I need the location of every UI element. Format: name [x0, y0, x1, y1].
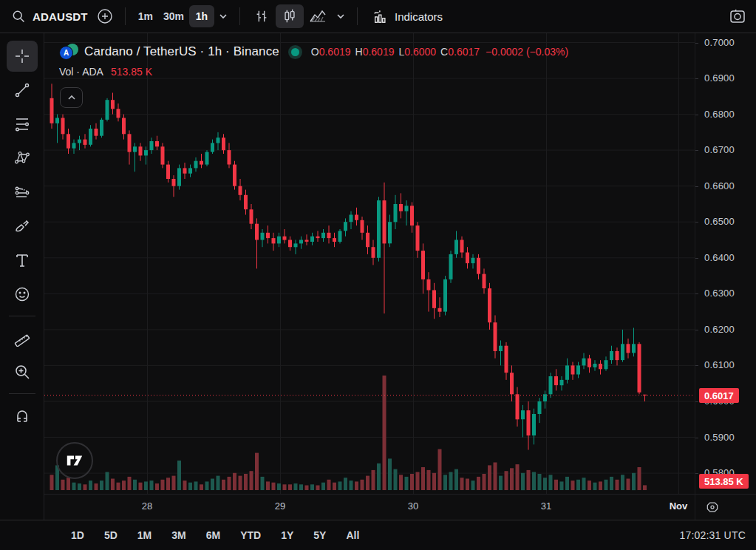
- change-value: −0.0002 (−0.03%): [486, 46, 568, 58]
- volume-bar: [383, 376, 386, 490]
- volume-bar: [161, 480, 165, 490]
- time-tick-30: 30: [408, 500, 418, 512]
- tradingview-logo[interactable]: [56, 442, 93, 479]
- candle-body: [432, 291, 436, 308]
- range-button-3m[interactable]: 3M: [166, 526, 191, 544]
- price-tick: 0.6400: [704, 252, 735, 263]
- time-tick-nov: Nov: [670, 500, 688, 512]
- search-icon[interactable]: [6, 4, 31, 29]
- volume-bar: [310, 484, 314, 490]
- candle-body: [139, 146, 143, 155]
- area-style-icon[interactable]: [304, 4, 332, 28]
- high-label: H: [355, 46, 363, 58]
- volume-bar: [361, 480, 364, 490]
- price-axis[interactable]: 0.6017 513.85 K 0.70000.69000.68000.6700…: [695, 33, 756, 494]
- volume-bar: [283, 484, 287, 490]
- market-status-icon[interactable]: [291, 48, 299, 56]
- volume-bar: [89, 481, 92, 490]
- candle-body: [460, 240, 464, 253]
- price-tick: 0.6200: [704, 324, 735, 335]
- price-tick: 0.6700: [704, 144, 735, 155]
- volume-bar: [593, 483, 597, 490]
- trend-line-icon[interactable]: [7, 75, 38, 106]
- volume-bar: [117, 483, 120, 490]
- projection-icon[interactable]: [7, 177, 38, 208]
- candle-body: [55, 118, 59, 123]
- emoji-icon[interactable]: [7, 279, 38, 310]
- range-button-ytd[interactable]: YTD: [234, 526, 267, 544]
- zoom-in-icon[interactable]: [7, 356, 38, 387]
- axis-settings-gear-icon[interactable]: [701, 498, 723, 517]
- volume-legend[interactable]: Vol · ADA 513.85 K: [59, 66, 152, 78]
- symbol-name[interactable]: ADAUSDT: [33, 10, 88, 23]
- volume-label: Vol · ADA: [59, 66, 103, 78]
- volume-bar: [222, 480, 225, 490]
- candle-body: [117, 109, 120, 118]
- axis-tick-mark: [695, 115, 698, 115]
- collapse-legend-button[interactable]: [60, 87, 83, 108]
- candle-body: [222, 138, 225, 150]
- volume-bar: [228, 477, 231, 490]
- clock-utc[interactable]: 17:02:31 UTC: [679, 529, 746, 541]
- text-icon[interactable]: [7, 245, 38, 276]
- volume-bar: [477, 477, 480, 490]
- camera-icon[interactable]: [725, 4, 750, 29]
- candle-body: [454, 240, 458, 254]
- candles-style-icon[interactable]: [276, 4, 304, 28]
- range-button-5d[interactable]: 5D: [98, 526, 123, 544]
- high-value: 0.6019: [363, 46, 395, 58]
- interval-button-1m[interactable]: 1m: [133, 5, 158, 27]
- candle-body: [233, 165, 236, 186]
- candle-body: [427, 279, 431, 291]
- range-button-6m[interactable]: 6M: [200, 526, 226, 544]
- axis-tick-mark: [695, 150, 698, 151]
- symbol-legend[interactable]: A Cardano / TetherUS · 1h · Binance O0.6…: [59, 44, 568, 60]
- interval-button-30m[interactable]: 30m: [158, 5, 189, 27]
- volume-bar: [421, 467, 425, 490]
- range-button-all[interactable]: All: [340, 526, 365, 544]
- range-button-1m[interactable]: 1M: [132, 526, 157, 544]
- range-button-5y[interactable]: 5Y: [307, 526, 332, 544]
- candlestick-chart[interactable]: [44, 33, 695, 494]
- candle-body: [350, 215, 353, 223]
- candle-body: [150, 141, 154, 150]
- candle-body: [67, 134, 70, 148]
- symbol-group[interactable]: ADAUSDT: [6, 4, 92, 29]
- fib-retracement-icon[interactable]: [7, 109, 38, 140]
- candle-body: [488, 288, 491, 322]
- candle-body: [338, 231, 342, 242]
- volume-bar: [244, 474, 248, 490]
- indicators-button[interactable]: Indicators: [365, 4, 450, 28]
- candle-body: [288, 240, 292, 248]
- time-axis[interactable]: 28293031Nov: [44, 494, 695, 520]
- volume-bar: [549, 475, 553, 490]
- volume-bar: [327, 480, 331, 490]
- volume-bar: [233, 473, 236, 490]
- volume-bar: [554, 480, 558, 490]
- close-label: C: [440, 46, 448, 58]
- interval-button-1h[interactable]: 1h: [189, 5, 214, 27]
- style-chevron-icon[interactable]: [332, 4, 350, 29]
- candle-body: [355, 215, 358, 220]
- candle-body: [383, 200, 386, 243]
- legend-title[interactable]: Cardano / TetherUS · 1h · Binance: [84, 44, 279, 59]
- candle-body: [494, 322, 497, 351]
- range-button-1y[interactable]: 1Y: [275, 526, 299, 544]
- interval-chevron-icon[interactable]: [214, 4, 232, 29]
- axis-tick-mark: [695, 293, 698, 294]
- magnet-icon[interactable]: [7, 400, 38, 431]
- ruler-icon[interactable]: [7, 322, 38, 353]
- add-symbol-icon[interactable]: [92, 4, 118, 29]
- candle-body: [538, 401, 542, 414]
- candle-body: [316, 237, 320, 238]
- crosshair-icon[interactable]: [7, 41, 38, 72]
- bars-style-icon[interactable]: [248, 4, 276, 28]
- brush-icon[interactable]: [7, 211, 38, 242]
- pattern-icon[interactable]: [7, 143, 38, 174]
- range-button-1d[interactable]: 1D: [65, 526, 90, 544]
- candle-body: [72, 143, 76, 148]
- candle-body: [588, 359, 591, 367]
- chart-pane[interactable]: A Cardano / TetherUS · 1h · Binance O0.6…: [44, 33, 695, 494]
- axis-corner: [695, 494, 756, 520]
- volume-bar: [599, 481, 602, 490]
